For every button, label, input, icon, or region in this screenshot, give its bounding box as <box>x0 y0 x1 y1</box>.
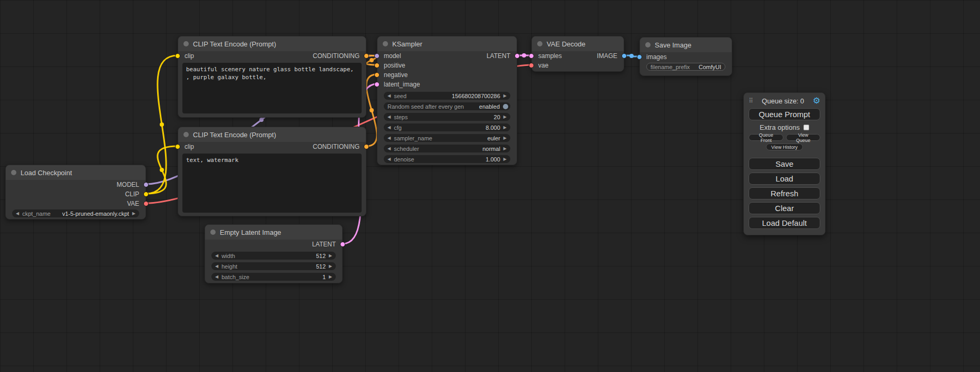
increment-icon[interactable]: ▶ <box>329 254 332 258</box>
increment-icon[interactable]: ▶ <box>503 157 507 161</box>
input-dot-samples[interactable] <box>529 53 534 59</box>
output-dot-conditioning[interactable] <box>364 53 369 59</box>
link-midpoint-dot <box>259 118 264 122</box>
slot-label-clip: clip <box>185 143 194 150</box>
toggle-dot[interactable] <box>503 104 508 109</box>
increment-icon[interactable]: ▶ <box>503 126 507 130</box>
input-dot-clip[interactable] <box>175 53 180 59</box>
decrement-icon[interactable]: ◀ <box>215 254 218 258</box>
input-dot-negative[interactable] <box>374 72 380 78</box>
increment-icon[interactable]: ▶ <box>503 136 507 140</box>
widget-seed-control[interactable]: Random seed after every gen enabled <box>384 102 510 110</box>
node-title-bar[interactable]: Save Image <box>640 37 732 52</box>
node-title-bar[interactable]: CLIP Text Encode (Prompt) <box>178 36 366 51</box>
node-title-bar[interactable]: Load Checkpoint <box>6 165 145 180</box>
node-load-checkpoint[interactable]: Load Checkpoint MODEL CLIP VAE ◀ ckpt_na… <box>5 165 146 220</box>
node-empty-latent-image[interactable]: Empty Latent Image LATENT ◀ width 512 ▶ … <box>205 224 343 283</box>
node-vae-decode[interactable]: VAE Decode samples IMAGE vae <box>531 36 624 72</box>
positive-prompt-textarea[interactable]: beautiful scenery nature glass bottle la… <box>182 63 362 113</box>
slot-label-vae: VAE <box>127 200 139 207</box>
node-status-dot <box>183 132 189 137</box>
link-midpoint-dot <box>370 108 374 112</box>
increment-icon[interactable]: ▶ <box>329 264 332 269</box>
widget-batch-size[interactable]: ◀ batch_size 1 ▶ <box>211 273 336 281</box>
input-dot-latent-image[interactable] <box>374 82 380 87</box>
widget-denoise[interactable]: ◀ denoise 1.000 ▶ <box>384 155 510 163</box>
widget-name: batch_size <box>221 274 249 280</box>
decrement-icon[interactable]: ◀ <box>387 126 391 130</box>
decrement-icon[interactable]: ◀ <box>387 115 391 119</box>
input-dot-positive[interactable] <box>374 63 380 68</box>
view-history-row: View History <box>749 144 820 150</box>
widget-sampler-name[interactable]: ◀ sampler_name euler ▶ <box>384 134 510 142</box>
decrement-icon[interactable]: ◀ <box>387 147 391 151</box>
widget-value: enabled <box>479 103 500 110</box>
node-title-bar[interactable]: VAE Decode <box>532 36 624 51</box>
view-queue-button[interactable]: View Queue <box>786 134 820 141</box>
queue-front-button[interactable]: Queue Front <box>749 134 783 141</box>
node-status-dot <box>537 41 542 46</box>
slot-row-negative: negative <box>377 70 517 80</box>
widget-value: normal <box>482 146 500 152</box>
extra-options-checkbox[interactable] <box>803 125 809 130</box>
input-dot-model[interactable] <box>374 53 380 59</box>
increment-icon[interactable]: ▶ <box>503 115 507 119</box>
drag-handle-icon[interactable]: ⠿ <box>749 97 753 104</box>
widget-filename-prefix[interactable]: filename_prefix ComfyUI <box>646 63 725 71</box>
settings-gear-icon[interactable]: ⚙ <box>813 97 820 105</box>
slot-row-images: images <box>640 52 732 62</box>
slot-label-latent: LATENT <box>487 52 510 60</box>
node-title-bar[interactable]: Empty Latent Image <box>205 225 342 240</box>
increment-icon[interactable]: ▶ <box>132 212 135 216</box>
input-dot-images[interactable] <box>637 54 642 60</box>
node-clip-text-encode-positive[interactable]: CLIP Text Encode (Prompt) clip CONDITION… <box>178 36 366 118</box>
widget-width[interactable]: ◀ width 512 ▶ <box>211 252 336 260</box>
load-default-button[interactable]: Load Default <box>749 217 820 229</box>
decrement-icon[interactable]: ◀ <box>387 157 391 161</box>
output-dot-latent[interactable] <box>340 242 345 247</box>
increment-icon[interactable]: ▶ <box>329 275 332 279</box>
input-dot-clip[interactable] <box>175 144 180 149</box>
output-dot-conditioning[interactable] <box>364 144 369 149</box>
widget-steps[interactable]: ◀ steps 20 ▶ <box>384 113 510 121</box>
view-history-button[interactable]: View History <box>766 144 803 150</box>
widget-ckpt-name[interactable]: ◀ ckpt_name v1-5-pruned-emaonly.ckpt ▶ <box>12 209 139 217</box>
widget-cfg[interactable]: ◀ cfg 8.000 ▶ <box>384 123 510 131</box>
node-save-image[interactable]: Save Image images filename_prefix ComfyU… <box>639 37 732 76</box>
widget-value: ComfyUI <box>698 64 721 70</box>
load-button[interactable]: Load <box>749 173 820 185</box>
increment-icon[interactable]: ▶ <box>503 147 507 151</box>
widget-scheduler[interactable]: ◀ scheduler normal ▶ <box>384 145 510 152</box>
input-dot-vae[interactable] <box>529 63 534 68</box>
widget-value: v1-5-pruned-emaonly.ckpt <box>62 211 129 217</box>
widget-height[interactable]: ◀ height 512 ▶ <box>211 262 336 270</box>
save-button[interactable]: Save <box>749 158 820 170</box>
negative-prompt-textarea[interactable]: text, watermark <box>182 154 362 213</box>
comfy-menu-panel[interactable]: ⠿ Queue size: 0 ⚙ Queue Prompt Extra opt… <box>743 92 826 235</box>
node-title-bar[interactable]: CLIP Text Encode (Prompt) <box>178 127 366 142</box>
widget-name: scheduler <box>394 146 419 152</box>
clear-button[interactable]: Clear <box>749 202 820 214</box>
output-dot-clip[interactable] <box>143 192 149 197</box>
widget-seed[interactable]: ◀ seed 156680208700286 ▶ <box>384 92 510 100</box>
decrement-icon[interactable]: ◀ <box>387 136 391 140</box>
slot-label-conditioning: CONDITIONING <box>313 52 360 60</box>
node-clip-text-encode-negative[interactable]: CLIP Text Encode (Prompt) clip CONDITION… <box>178 127 366 216</box>
node-ksampler[interactable]: KSampler model LATENT positive negative … <box>377 36 517 165</box>
extra-options-label: Extra options <box>760 123 800 131</box>
output-dot-image[interactable] <box>622 53 627 59</box>
output-dot-latent[interactable] <box>515 53 520 59</box>
decrement-icon[interactable]: ◀ <box>16 212 19 216</box>
refresh-button[interactable]: Refresh <box>749 187 820 199</box>
widget-value: 512 <box>316 263 325 270</box>
node-title-bar[interactable]: KSampler <box>377 36 517 51</box>
decrement-icon[interactable]: ◀ <box>215 275 218 279</box>
link-midpoint-dot <box>160 168 164 172</box>
output-dot-model[interactable] <box>143 182 149 187</box>
decrement-icon[interactable]: ◀ <box>387 94 391 98</box>
decrement-icon[interactable]: ◀ <box>215 264 218 269</box>
output-dot-vae[interactable] <box>143 201 149 206</box>
slot-label-latent-image: latent_image <box>384 81 420 88</box>
queue-prompt-button[interactable]: Queue Prompt <box>749 108 820 120</box>
increment-icon[interactable]: ▶ <box>503 94 507 98</box>
